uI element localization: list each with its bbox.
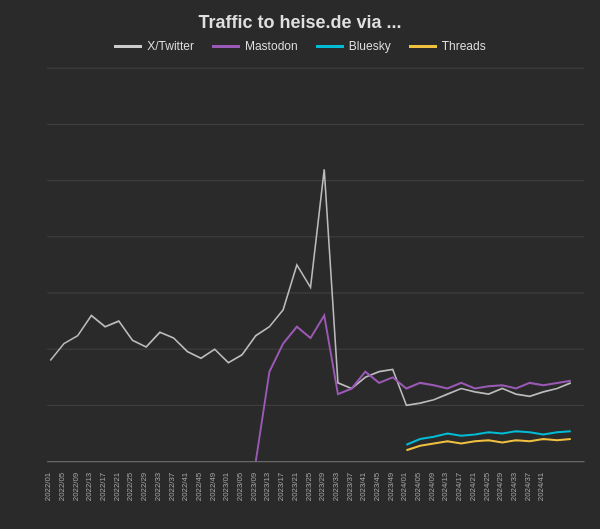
legend-item-twitter: X/Twitter — [114, 39, 194, 53]
legend: X/Twitter Mastodon Bluesky Threads — [114, 39, 485, 53]
svg-text:2022/17: 2022/17 — [98, 473, 107, 501]
legend-line-twitter — [114, 45, 142, 48]
svg-text:2024/37: 2024/37 — [523, 473, 532, 501]
threads-line — [406, 439, 570, 450]
svg-text:2024/21: 2024/21 — [468, 473, 477, 501]
svg-text:2024/01: 2024/01 — [400, 473, 409, 501]
svg-text:2022/21: 2022/21 — [112, 473, 121, 501]
legend-label-threads: Threads — [442, 39, 486, 53]
legend-line-mastodon — [212, 45, 240, 48]
legend-line-threads — [409, 45, 437, 48]
legend-label-twitter: X/Twitter — [147, 39, 194, 53]
twitter-line — [50, 169, 570, 405]
svg-text:2023/25: 2023/25 — [304, 473, 313, 501]
svg-text:2024/25: 2024/25 — [482, 473, 491, 501]
svg-text:2024/09: 2024/09 — [427, 473, 436, 501]
mastodon-line — [256, 315, 571, 461]
svg-text:2022/45: 2022/45 — [194, 473, 203, 501]
svg-text:2023/41: 2023/41 — [359, 473, 368, 501]
svg-text:2024/33: 2024/33 — [509, 473, 518, 501]
svg-text:2023/49: 2023/49 — [386, 473, 395, 501]
legend-item-mastodon: Mastodon — [212, 39, 298, 53]
svg-text:2022/29: 2022/29 — [139, 473, 148, 501]
svg-text:2022/25: 2022/25 — [126, 473, 135, 501]
legend-line-bluesky — [316, 45, 344, 48]
svg-text:2023/21: 2023/21 — [290, 473, 299, 501]
svg-text:2024/41: 2024/41 — [537, 473, 546, 501]
svg-text:2022/13: 2022/13 — [85, 473, 94, 501]
svg-text:2022/01: 2022/01 — [44, 473, 53, 501]
svg-text:2023/45: 2023/45 — [372, 473, 381, 501]
svg-text:2023/33: 2023/33 — [331, 473, 340, 501]
svg-text:2024/29: 2024/29 — [496, 473, 505, 501]
svg-text:2024/17: 2024/17 — [454, 473, 463, 501]
svg-text:2022/33: 2022/33 — [153, 473, 162, 501]
svg-text:2022/49: 2022/49 — [208, 473, 217, 501]
svg-text:2022/09: 2022/09 — [71, 473, 80, 501]
svg-text:2024/13: 2024/13 — [441, 473, 450, 501]
svg-text:2022/05: 2022/05 — [57, 473, 66, 501]
legend-item-threads: Threads — [409, 39, 486, 53]
chart-svg: 2022/01 2022/05 2022/09 2022/13 2022/17 … — [5, 57, 595, 529]
chart-container: Traffic to heise.de via ... X/Twitter Ma… — [0, 0, 600, 529]
svg-text:2023/05: 2023/05 — [235, 473, 244, 501]
legend-item-bluesky: Bluesky — [316, 39, 391, 53]
svg-text:2023/01: 2023/01 — [222, 473, 231, 501]
chart-title: Traffic to heise.de via ... — [198, 12, 401, 33]
svg-text:2022/41: 2022/41 — [180, 473, 189, 501]
svg-text:2023/17: 2023/17 — [276, 473, 285, 501]
legend-label-mastodon: Mastodon — [245, 39, 298, 53]
svg-text:2024/05: 2024/05 — [413, 473, 422, 501]
svg-text:2022/37: 2022/37 — [167, 473, 176, 501]
svg-text:2023/13: 2023/13 — [263, 473, 272, 501]
svg-text:2023/09: 2023/09 — [249, 473, 258, 501]
svg-text:2023/29: 2023/29 — [317, 473, 326, 501]
legend-label-bluesky: Bluesky — [349, 39, 391, 53]
svg-text:2023/37: 2023/37 — [345, 473, 354, 501]
bluesky-line — [406, 431, 570, 444]
